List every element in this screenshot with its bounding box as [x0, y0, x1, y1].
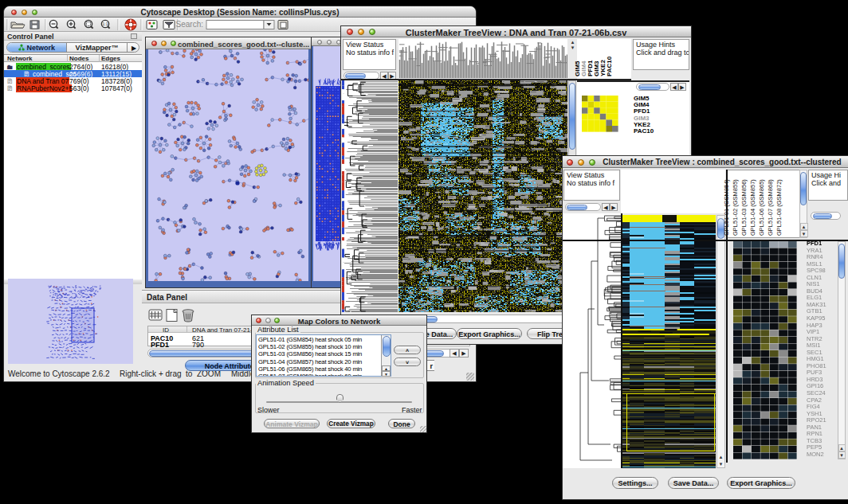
svg-text:1:1: 1:1 [103, 21, 108, 26]
svg-text:Search:: Search: [176, 20, 203, 29]
